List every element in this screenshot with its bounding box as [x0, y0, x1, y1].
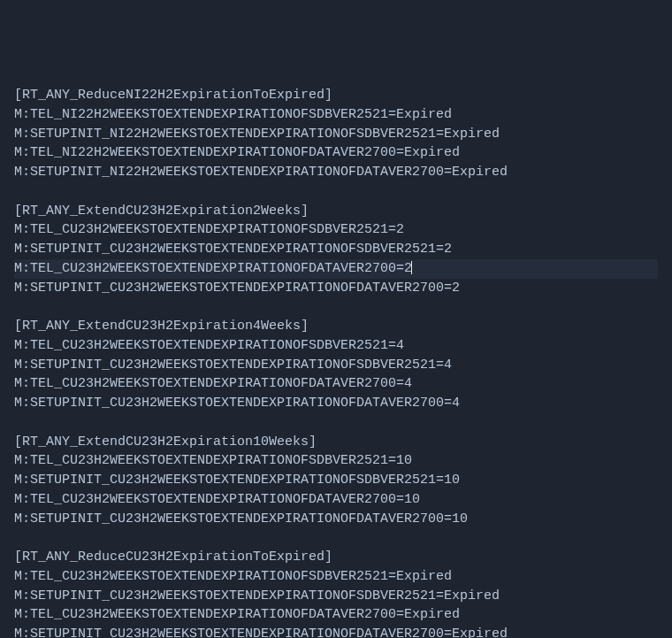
config-line: M:SETUPINIT_CU23H2WEEKSTOEXTENDEXPIRATIO… — [14, 587, 658, 606]
config-line: M:SETUPINIT_CU23H2WEEKSTOEXTENDEXPIRATIO… — [14, 394, 658, 413]
config-line: M:TEL_CU23H2WEEKSTOEXTENDEXPIRATIONOFSDB… — [14, 220, 658, 240]
section-header: [RT_ANY_ExtendCU23H2Expiration10Weeks] — [14, 433, 658, 452]
config-line: M:SETUPINIT_NI22H2WEEKSTOEXTENDEXPIRATIO… — [14, 125, 658, 144]
config-line: M:TEL_CU23H2WEEKSTOEXTENDEXPIRATIONOFSDB… — [14, 451, 658, 471]
config-line: M:SETUPINIT_CU23H2WEEKSTOEXTENDEXPIRATIO… — [14, 510, 658, 529]
text-cursor — [411, 261, 412, 274]
blank-line — [14, 528, 658, 548]
config-line: M:SETUPINIT_CU23H2WEEKSTOEXTENDEXPIRATIO… — [14, 279, 658, 298]
config-line: M:TEL_CU23H2WEEKSTOEXTENDEXPIRATIONOFDAT… — [14, 605, 658, 625]
config-line: M:TEL_NI22H2WEEKSTOEXTENDEXPIRATIONOFSDB… — [14, 105, 658, 125]
code-editor-view[interactable]: [RT_ANY_ReduceNI22H2ExpirationToExpired]… — [14, 86, 658, 638]
blank-line — [14, 182, 658, 202]
section-header: [RT_ANY_ExtendCU23H2Expiration4Weeks] — [14, 317, 658, 336]
section-header: [RT_ANY_ReduceNI22H2ExpirationToExpired] — [14, 86, 658, 105]
config-line: M:TEL_CU23H2WEEKSTOEXTENDEXPIRATIONOFSDB… — [14, 336, 658, 356]
config-line: M:SETUPINIT_CU23H2WEEKSTOEXTENDEXPIRATIO… — [14, 240, 658, 259]
blank-line — [14, 297, 658, 317]
config-line: M:TEL_NI22H2WEEKSTOEXTENDEXPIRATIONOFDAT… — [14, 143, 658, 163]
section-header: [RT_ANY_ExtendCU23H2Expiration2Weeks] — [14, 202, 658, 221]
config-line: M:SETUPINIT_CU23H2WEEKSTOEXTENDEXPIRATIO… — [14, 471, 658, 490]
config-line: M:TEL_CU23H2WEEKSTOEXTENDEXPIRATIONOFDAT… — [14, 374, 658, 394]
config-line: M:TEL_CU23H2WEEKSTOEXTENDEXPIRATIONOFSDB… — [14, 567, 658, 587]
config-line: M:TEL_CU23H2WEEKSTOEXTENDEXPIRATIONOFDAT… — [14, 490, 658, 510]
config-line: M:SETUPINIT_NI22H2WEEKSTOEXTENDEXPIRATIO… — [14, 163, 658, 182]
section-header: [RT_ANY_ReduceCU23H2ExpirationToExpired] — [14, 548, 658, 567]
blank-line — [14, 413, 658, 433]
config-line: M:SETUPINIT_CU23H2WEEKSTOEXTENDEXPIRATIO… — [14, 625, 658, 638]
config-line: M:TEL_CU23H2WEEKSTOEXTENDEXPIRATIONOFDAT… — [14, 259, 658, 279]
config-line: M:SETUPINIT_CU23H2WEEKSTOEXTENDEXPIRATIO… — [14, 356, 658, 375]
